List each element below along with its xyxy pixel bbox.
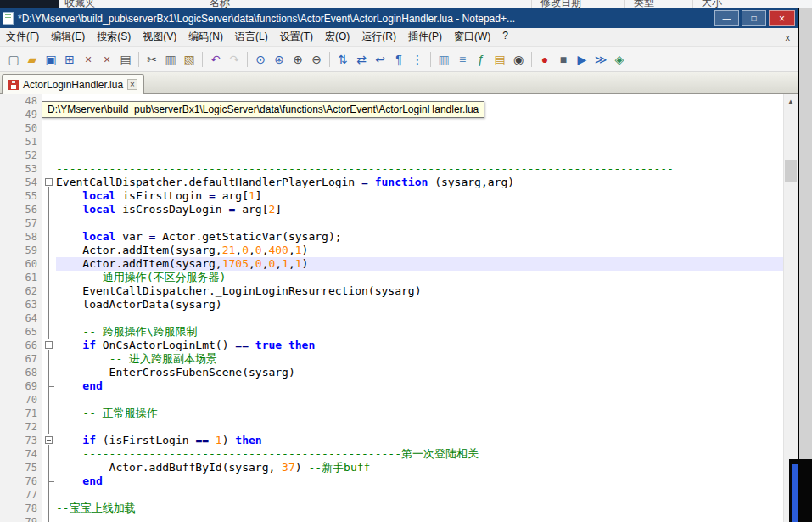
redo-icon[interactable]: ↷ [226, 51, 243, 68]
code-text[interactable]: -- 进入跨服副本场景 [56, 352, 783, 366]
code-text[interactable]: ----------------------------------------… [56, 447, 783, 461]
maximize-button[interactable]: □ [742, 10, 766, 26]
minimize-button[interactable]: — [714, 10, 739, 26]
code-text[interactable] [56, 312, 783, 325]
bookmark-margin[interactable] [0, 366, 17, 379]
cut-icon[interactable]: ✂ [143, 51, 160, 68]
fold-collapse-icon[interactable] [45, 436, 53, 444]
bookmark-margin[interactable] [0, 230, 17, 244]
code-line-53[interactable]: 53--------------------------------------… [0, 162, 783, 176]
code-line-75[interactable]: 75 Actor.addBuffById(sysarg, 37) --新手buf… [0, 461, 783, 474]
code-line-65[interactable]: 65 -- 跨服操作\跨服限制 [0, 325, 783, 339]
bookmark-margin[interactable] [0, 244, 17, 257]
menu-item-4[interactable]: 视图(V) [137, 27, 182, 47]
bookmark-margin[interactable] [0, 176, 17, 189]
paste-icon[interactable]: ▧ [181, 51, 198, 68]
close-all-icon[interactable]: × [98, 51, 115, 68]
code-text[interactable] [56, 121, 783, 135]
show-all-chars-icon[interactable]: ¶ [390, 51, 407, 68]
monitoring-icon[interactable]: ◉ [510, 51, 527, 68]
menu-item-7[interactable]: 设置(T) [274, 27, 319, 47]
replace-icon[interactable]: ⊛ [271, 51, 288, 68]
fold-margin[interactable] [42, 434, 56, 447]
code-line-68[interactable]: 68 EnterCrossFubenScene(sysarg) [0, 366, 783, 379]
zoom-out-icon[interactable]: ⊖ [308, 51, 325, 68]
bookmark-margin[interactable] [0, 312, 17, 325]
code-line-74[interactable]: 74 -------------------------------------… [0, 447, 783, 461]
bookmark-margin[interactable] [0, 393, 17, 407]
open-folder-icon[interactable]: ▰ [24, 51, 41, 68]
code-line-62[interactable]: 62 EventCallDispatcher._LoginLoginResurr… [0, 284, 783, 298]
fold-margin[interactable] [42, 176, 56, 189]
bookmark-margin[interactable] [0, 284, 17, 298]
menu-item-3[interactable]: 搜索(S) [91, 27, 137, 47]
play-macro-icon[interactable]: ▶ [574, 51, 591, 68]
bookmark-margin[interactable] [0, 434, 17, 447]
code-line-55[interactable]: 55 local isFirstLogin = arg[1] [0, 189, 783, 203]
code-text[interactable]: EventCallDispatcher.defaultHandlerPlayer… [56, 176, 783, 189]
bookmark-margin[interactable] [0, 515, 17, 522]
print-icon[interactable]: ▤ [117, 51, 134, 68]
code-line-61[interactable]: 61 -- 通用操作(不区分服务器) [0, 271, 783, 284]
code-line-58[interactable]: 58 local var = Actor.getStaticVar(sysarg… [0, 230, 783, 244]
document-list-icon[interactable]: ≡ [454, 51, 471, 68]
title-bar[interactable]: *D:\YMserver\build_pub\serverBx1\LogicSe… [0, 8, 798, 28]
bookmark-margin[interactable] [0, 325, 17, 339]
word-wrap-icon[interactable]: ↩ [372, 51, 389, 68]
code-line-59[interactable]: 59 Actor.addItem(sysarg,21,0,0,400,1) [0, 244, 783, 257]
code-text[interactable]: EnterCrossFubenScene(sysarg) [56, 366, 783, 379]
new-file-icon[interactable]: ▢ [5, 51, 22, 68]
fold-collapse-icon[interactable] [45, 341, 53, 349]
code-text[interactable]: if OnCsActorLoginLmt() == true then [56, 339, 783, 352]
code-text[interactable] [56, 420, 783, 434]
menu-item-2[interactable]: 编辑(E) [45, 27, 91, 47]
bookmark-margin[interactable] [0, 420, 17, 434]
code-line-66[interactable]: 66 if OnCsActorLoginLmt() == true then [0, 339, 783, 352]
code-line-60[interactable]: 60 Actor.addItem(sysarg,1705,0,0,1,1) [0, 257, 783, 271]
menu-item-10[interactable]: 插件(P) [402, 27, 448, 47]
code-text[interactable]: -- 跨服操作\跨服限制 [56, 325, 783, 339]
bookmark-margin[interactable] [0, 135, 17, 149]
code-line-78[interactable]: 78--宝宝上线加载 [0, 502, 783, 515]
bookmark-margin[interactable] [0, 502, 17, 515]
code-text[interactable]: Actor.addItem(sysarg,1705,0,0,1,1) [56, 257, 783, 271]
bookmark-margin[interactable] [0, 189, 17, 203]
save-icon[interactable]: ▣ [42, 51, 59, 68]
menu-item-1[interactable]: 文件(F) [0, 27, 45, 47]
bookmark-margin[interactable] [0, 271, 17, 284]
bookmark-margin[interactable] [0, 162, 17, 176]
tab-close-icon[interactable]: × [127, 79, 137, 90]
code-line-72[interactable]: 72 [0, 420, 783, 434]
fold-collapse-icon[interactable] [45, 178, 53, 186]
function-list-icon[interactable]: ƒ [473, 51, 490, 68]
code-text[interactable]: -- 正常服操作 [56, 407, 783, 420]
code-text[interactable]: Actor.addBuffById(sysarg, 37) --新手buff [56, 461, 783, 474]
code-line-77[interactable]: 77 [0, 488, 783, 502]
folder-workspace-icon[interactable]: ▤ [491, 51, 508, 68]
scrollbar-up-icon[interactable]: ▲ [784, 94, 798, 109]
code-text[interactable]: local isCrossDayLogin = arg[2] [56, 203, 783, 216]
code-text[interactable] [56, 135, 783, 149]
stop-macro-icon[interactable]: ■ [555, 51, 572, 68]
code-text[interactable] [56, 216, 783, 230]
code-line-56[interactable]: 56 local isCrossDayLogin = arg[2] [0, 203, 783, 216]
bookmark-margin[interactable] [0, 216, 17, 230]
vertical-scrollbar[interactable]: ▲ [783, 94, 798, 522]
code-line-50[interactable]: 50 [0, 121, 783, 135]
code-line-63[interactable]: 63 loadActorData(sysarg) [0, 298, 783, 312]
code-editor[interactable]: 4849end50515253-------------------------… [0, 94, 798, 522]
code-text[interactable]: ----------------------------------------… [56, 162, 783, 176]
code-line-54[interactable]: 54EventCallDispatcher.defaultHandlerPlay… [0, 176, 783, 189]
menu-item-6[interactable]: 语言(L) [229, 27, 274, 47]
zoom-in-icon[interactable]: ⊕ [289, 51, 306, 68]
code-text[interactable]: loadActorData(sysarg) [56, 298, 783, 312]
bookmark-margin[interactable] [0, 474, 17, 488]
menu-item-8[interactable]: 宏(O) [319, 27, 356, 47]
code-line-70[interactable]: 70 [0, 393, 783, 407]
bookmark-margin[interactable] [0, 203, 17, 216]
code-text[interactable]: local isFirstLogin = arg[1] [56, 189, 783, 203]
bookmark-margin[interactable] [0, 339, 17, 352]
code-text[interactable]: EventCallDispatcher._LoginLoginResurrect… [56, 284, 783, 298]
code-text[interactable]: -- 通用操作(不区分服务器) [56, 271, 783, 284]
bookmark-margin[interactable] [0, 461, 17, 474]
